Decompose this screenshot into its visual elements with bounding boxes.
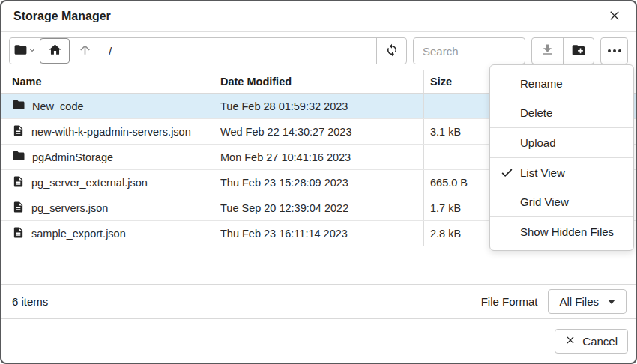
file-icon [12,175,25,190]
path-button-group [9,37,407,64]
menu-item-delete[interactable]: Delete [490,98,633,127]
file-date: Thu Feb 23 16:11:14 2023 [214,221,423,246]
storage-manager-dialog: Storage Manager [0,0,637,364]
cancel-button[interactable]: Cancel [555,329,628,354]
file-icon [12,226,25,241]
file-action-group [531,37,594,64]
status-bar: 6 items File Format All Files [1,284,636,319]
file-icon [12,124,25,139]
refresh-button[interactable] [376,38,406,64]
menu-item-list-view[interactable]: List View [490,158,633,187]
dialog-title: Storage Manager [13,10,111,23]
ellipsis-icon [608,49,611,52]
dialog-footer: Cancel [1,319,636,363]
file-name: sample_export.json [31,228,126,240]
home-button[interactable] [40,38,70,64]
file-date: Tue Feb 28 01:59:32 2023 [214,94,423,118]
new-folder-button[interactable] [563,38,594,64]
download-icon [540,43,555,59]
search-input[interactable] [413,37,525,64]
column-header-name[interactable]: Name [1,70,214,93]
folder-icon [12,149,25,165]
cancel-label: Cancel [582,335,618,348]
path-input[interactable] [100,38,376,64]
menu-item-upload[interactable]: Upload [490,128,633,157]
folder-icon [12,98,25,114]
storage-select-button[interactable] [10,38,40,64]
parent-folder-button[interactable] [70,38,100,64]
file-icon [12,201,25,216]
file-name: new-with-k-pgadmin-servers.json [31,126,191,138]
file-format-label: File Format [481,295,538,308]
close-icon [608,9,621,25]
chevron-down-icon [28,46,37,57]
file-name: pg_servers.json [31,202,108,214]
caret-down-icon [608,300,615,304]
title-bar: Storage Manager [1,1,636,32]
menu-item-label: Show Hidden Files [520,225,614,238]
options-menu: Rename Delete Upload List View Grid View… [489,64,634,251]
menu-item-show-hidden-files[interactable]: Show Hidden Files [490,217,633,246]
menu-item-label: List View [520,166,565,179]
refresh-icon [385,43,399,59]
menu-item-label: Delete [520,106,552,119]
empty-area [1,246,636,284]
check-icon [500,166,514,182]
cancel-x-icon [565,335,576,348]
download-button[interactable] [532,38,563,64]
file-date: Wed Feb 22 14:30:27 2023 [214,119,423,144]
file-format-value: All Files [559,295,599,308]
file-date: Tue Sep 20 12:39:04 2022 [214,195,423,220]
menu-item-label: Rename [520,77,563,90]
menu-item-grid-view[interactable]: Grid View [490,187,633,216]
file-name: pgAdminStorage [32,151,113,163]
file-name: pg_server_external.json [31,177,148,189]
close-button[interactable] [606,7,624,25]
menu-item-label: Upload [520,136,556,149]
file-format-select[interactable]: All Files [548,289,627,314]
home-icon [48,43,62,59]
folder-icon [13,43,28,59]
menu-item-rename[interactable]: Rename [490,69,633,98]
arrow-up-icon [78,43,92,59]
file-date: Thu Feb 23 15:28:09 2023 [214,170,423,195]
column-header-date-modified[interactable]: Date Modified [214,70,423,93]
more-options-button[interactable] [600,37,628,64]
menu-item-label: Grid View [520,195,569,208]
new-folder-icon [571,43,586,60]
file-name: New_code [32,100,84,112]
items-count: 6 items [12,295,48,308]
file-date: Mon Feb 27 10:41:16 2023 [214,145,423,169]
